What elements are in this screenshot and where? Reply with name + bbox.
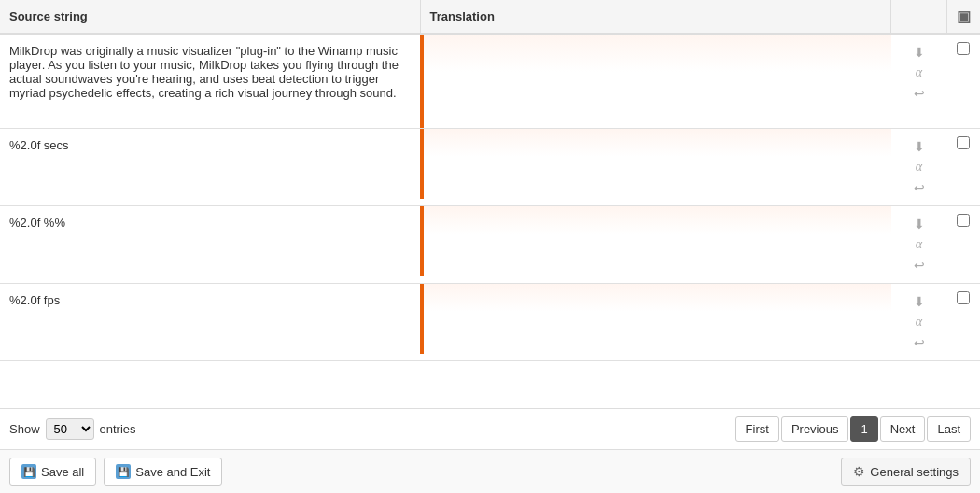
translation-cell — [420, 34, 891, 129]
action-column-header — [891, 0, 947, 34]
translation-column-header: Translation — [420, 0, 891, 34]
select-all-header[interactable]: ▣ — [947, 0, 981, 34]
select-all-icon[interactable]: ▣ — [957, 8, 971, 24]
copy-transliteration-button[interactable]: α — [913, 236, 925, 253]
translation-cell — [420, 129, 891, 206]
show-label: Show — [9, 422, 40, 436]
undo-button[interactable]: ↩ — [911, 257, 928, 274]
show-entries-control: Show 102550100 entries — [9, 418, 136, 440]
copy-transliteration-button[interactable]: α — [913, 64, 925, 81]
pagination-btn-previous[interactable]: Previous — [781, 416, 849, 442]
footer-right: ⚙ General settings — [841, 458, 971, 486]
action-cell: ⬇ α ↩ — [891, 34, 947, 129]
table-row: %2.0f fps ⬇ α ↩ — [0, 284, 980, 361]
source-text: %2.0f secs — [9, 138, 69, 152]
copy-source-button[interactable]: ⬇ — [911, 216, 928, 232]
pagination-btn-last[interactable]: Last — [927, 416, 971, 442]
row-checkbox-cell — [947, 34, 981, 129]
copy-source-button[interactable]: ⬇ — [911, 44, 928, 61]
footer-bar: 💾 Save all 💾 Save and Exit ⚙ General set… — [0, 449, 980, 493]
copy-transliteration-button[interactable]: α — [913, 314, 925, 331]
pagination-controls: FirstPrevious1NextLast — [735, 416, 971, 442]
gear-icon: ⚙ — [853, 464, 865, 479]
translation-textarea[interactable] — [424, 35, 891, 128]
entries-label: entries — [100, 422, 136, 436]
undo-button[interactable]: ↩ — [911, 179, 928, 196]
undo-button[interactable]: ↩ — [911, 334, 928, 351]
source-cell: %2.0f fps — [0, 284, 420, 361]
source-text: %2.0f fps — [9, 293, 60, 307]
row-checkbox-cell — [947, 206, 981, 284]
copy-source-button[interactable]: ⬇ — [911, 138, 928, 155]
source-column-header: Source string — [0, 0, 420, 34]
undo-button[interactable]: ↩ — [911, 85, 928, 102]
settings-label: General settings — [870, 465, 959, 479]
translation-textarea[interactable] — [424, 284, 891, 354]
pagination-btn-1[interactable]: 1 — [850, 416, 877, 442]
source-text: %2.0f %% — [9, 216, 65, 230]
general-settings-button[interactable]: ⚙ General settings — [841, 458, 971, 486]
row-checkbox[interactable] — [957, 136, 970, 149]
save-exit-icon: 💾 — [116, 464, 131, 479]
source-cell: %2.0f secs — [0, 129, 420, 206]
table-row: %2.0f %% ⬇ α ↩ — [0, 206, 980, 284]
row-checkbox[interactable] — [957, 291, 970, 304]
pagination-btn-first[interactable]: First — [735, 416, 779, 442]
save-all-button[interactable]: 💾 Save all — [9, 458, 96, 486]
per-page-select[interactable]: 102550100 — [46, 418, 94, 440]
translation-textarea[interactable] — [424, 129, 891, 199]
translation-cell — [420, 206, 891, 284]
row-checkbox-cell — [947, 284, 981, 361]
row-checkbox[interactable] — [957, 214, 970, 227]
row-checkbox[interactable] — [957, 42, 970, 55]
copy-transliteration-button[interactable]: α — [913, 159, 925, 176]
translation-textarea[interactable] — [424, 206, 891, 276]
row-checkbox-cell — [947, 129, 981, 206]
source-cell: MilkDrop was originally a music visualiz… — [0, 34, 420, 129]
action-cell: ⬇ α ↩ — [891, 284, 947, 361]
action-cell: ⬇ α ↩ — [891, 206, 947, 284]
translation-cell — [420, 284, 891, 361]
save-exit-label: Save and Exit — [135, 465, 210, 479]
save-all-label: Save all — [41, 465, 84, 479]
table-row: MilkDrop was originally a music visualiz… — [0, 34, 980, 129]
footer-actions: 💾 Save all 💾 Save and Exit — [9, 458, 222, 486]
copy-source-button[interactable]: ⬇ — [911, 293, 928, 310]
save-exit-button[interactable]: 💾 Save and Exit — [104, 458, 222, 486]
source-cell: %2.0f %% — [0, 206, 420, 284]
source-text: MilkDrop was originally a music visualiz… — [9, 44, 399, 100]
action-cell: ⬇ α ↩ — [891, 129, 947, 206]
save-all-icon: 💾 — [21, 464, 36, 479]
pagination-btn-next[interactable]: Next — [880, 416, 926, 442]
table-row: %2.0f secs ⬇ α ↩ — [0, 129, 980, 206]
pagination-bar: Show 102550100 entries FirstPrevious1Nex… — [0, 408, 980, 449]
